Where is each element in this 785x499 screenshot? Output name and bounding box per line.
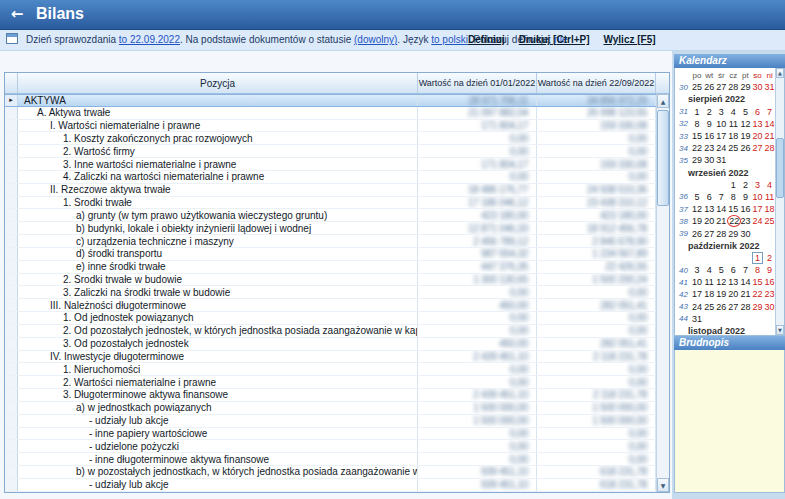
table-scrollbar[interactable]: ▲ ▼ [656,94,669,492]
calendar-day[interactable]: 31 [715,155,727,165]
back-arrow-icon[interactable]: ← [6,4,28,24]
calendar-day[interactable]: 9 [703,119,715,129]
calendar-day[interactable]: 13 [703,204,715,214]
print-link[interactable]: Drukuj [Ctrl+P] [519,30,590,50]
calendar-day[interactable]: 11 [703,277,715,287]
calendar-day[interactable]: 5 [691,192,703,202]
table-row[interactable]: 1. Od jednostek powiązanych0,000,00 [5,312,669,325]
calendar-day[interactable]: 30 [764,302,776,312]
calendar-day[interactable]: 25 [764,216,776,226]
calendar-day[interactable]: 22 [751,289,763,299]
calendar-day[interactable]: 27 [715,82,727,92]
table-row[interactable]: a) w jednostkach powiązanych1 500 000,00… [5,402,669,415]
notes-panel-header[interactable]: Brudnopis [674,336,785,350]
calendar-day[interactable]: 9 [739,192,751,202]
calendar-day[interactable]: 1 [691,107,703,117]
table-row[interactable]: III. Należności długoterminowe450,00282 … [5,299,669,312]
calendar-day[interactable]: 17 [691,289,703,299]
calendar-day[interactable]: 19 [739,131,751,141]
table-row[interactable]: 3. Od pozostałych jednostek450,00282 051… [5,338,669,351]
calendar-scrollbar-thumb[interactable] [776,138,784,198]
calendar-day[interactable]: 25 [703,302,715,312]
calendar-day[interactable]: 29 [691,155,703,165]
calendar-day[interactable]: 2 [703,107,715,117]
calendar-day[interactable]: 2 [764,253,776,263]
calendar-day[interactable]: 8 [727,192,739,202]
table-row[interactable]: II. Rzeczowe aktywa trwałe18 486 176,772… [5,184,669,197]
calendar-day[interactable]: 22 [727,215,739,227]
calendar-day[interactable]: 10 [691,277,703,287]
calendar-day[interactable]: 8 [691,119,703,129]
table-row[interactable]: b) budynki, lokale i obiekty inżynierii … [5,222,669,235]
calendar-day[interactable]: 27 [727,302,739,312]
table-row[interactable]: 1. Środki trwałe17 186 046,1223 438 310,… [5,197,669,210]
table-row[interactable]: 2. Wartość firmy0,000,00 [5,145,669,158]
table-row[interactable]: - inne długoterminowe aktywa finansowe0,… [5,453,669,466]
calendar-day[interactable]: 30 [703,155,715,165]
calendar-day[interactable]: 12 [691,204,703,214]
table-row[interactable]: I. Wartości niematerialne i prawne171 80… [5,120,669,133]
calendar-day[interactable]: 3 [751,180,763,190]
calendar-day[interactable]: 26 [691,229,703,239]
calendar-day[interactable]: 5 [715,265,727,275]
calendar-day[interactable]: 27 [703,229,715,239]
calendar-day[interactable]: 7 [715,192,727,202]
calendar-scrollbar[interactable]: ▲ ▼ [775,68,784,335]
calendar-day[interactable]: 24 [715,143,727,153]
define-link[interactable]: Definiuj [468,30,505,50]
column-header-value-2[interactable]: Wartość na dzień 22/09/2022 [537,73,656,93]
calendar-day[interactable]: 18 [703,289,715,299]
calendar-day[interactable]: 29 [751,302,763,312]
calendar-day[interactable]: 17 [715,131,727,141]
table-row[interactable]: 3. Długoterminowe aktywa finansowe2 439 … [5,389,669,402]
calendar-panel-header[interactable]: Kalendarz [674,54,785,68]
table-row[interactable]: ▸AKTYWA28 971 706,1134 856 972,29 [5,94,669,107]
calendar-day[interactable]: 31 [764,82,776,92]
calendar-day[interactable]: 19 [715,289,727,299]
calendar-day[interactable]: 11 [727,119,739,129]
calendar-day[interactable]: 9 [764,265,776,275]
table-row[interactable]: 2. Środki trwałe w budowie1 300 130,651 … [5,274,669,287]
calendar-day[interactable]: 26 [703,82,715,92]
table-row[interactable]: 4. Zaliczki na wartości niematerialne i … [5,171,669,184]
calendar-day[interactable]: 14 [715,204,727,214]
calendar-day[interactable]: 19 [691,216,703,226]
calendar-day[interactable]: 21 [764,131,776,141]
column-header-pozycja[interactable]: Pozycja [18,73,418,93]
calendar-day[interactable]: 12 [715,277,727,287]
calendar-day[interactable]: 28 [764,143,776,153]
calendar-day[interactable]: 20 [727,289,739,299]
calendar-day[interactable]: 6 [727,265,739,275]
table-row[interactable]: a) grunty (w tym prawo użytkowania wiecz… [5,209,669,222]
calendar-day[interactable]: 15 [751,277,763,287]
calendar-day[interactable]: 7 [739,265,751,275]
calendar-day[interactable]: 20 [751,131,763,141]
table-row[interactable]: 3. Zaliczki na środki trwałe w budowie0,… [5,286,669,299]
calendar-day[interactable]: 26 [739,143,751,153]
calendar-day[interactable]: 5 [739,107,751,117]
calendar-day[interactable]: 3 [691,265,703,275]
table-row[interactable]: d) środki transportu987 654,321 234 567,… [5,248,669,261]
table-row[interactable]: 2. Wartości niematerialne i prawne0,000,… [5,376,669,389]
calendar-day[interactable]: 14 [739,277,751,287]
language-link[interactable]: to polski [431,34,468,45]
table-row[interactable]: 1. Nieruchomości0,000,00 [5,363,669,376]
table-row[interactable]: e) inne środki trwałe447 376,3522 426,55 [5,261,669,274]
scroll-up-icon[interactable]: ▲ [657,94,669,108]
calendar-day[interactable]: 23 [703,143,715,153]
calendar-day[interactable]: 29 [739,82,751,92]
calendar-day[interactable]: 15 [727,204,739,214]
calendar-day[interactable]: 17 [751,204,763,214]
notes-scratchpad[interactable] [674,350,785,493]
table-row[interactable]: IV. Inwestycje długoterminowe2 439 451,1… [5,351,669,364]
table-row[interactable]: 2. Od pozostałych jednostek, w których j… [5,325,669,338]
calendar-day[interactable]: 4 [764,180,776,190]
calendar-day[interactable]: 24 [751,216,763,226]
calendar-day[interactable]: 7 [764,107,776,117]
table-row[interactable]: - udziały lub akcje939 451,10618 231,78 [5,479,669,492]
calendar-day[interactable]: 28 [715,229,727,239]
calendar-day[interactable]: 25 [727,143,739,153]
calendar-day[interactable]: 23 [764,289,776,299]
document-status-link[interactable]: (dowolny) [354,34,397,45]
calendar-scroll-down-icon[interactable]: ▼ [776,325,784,335]
